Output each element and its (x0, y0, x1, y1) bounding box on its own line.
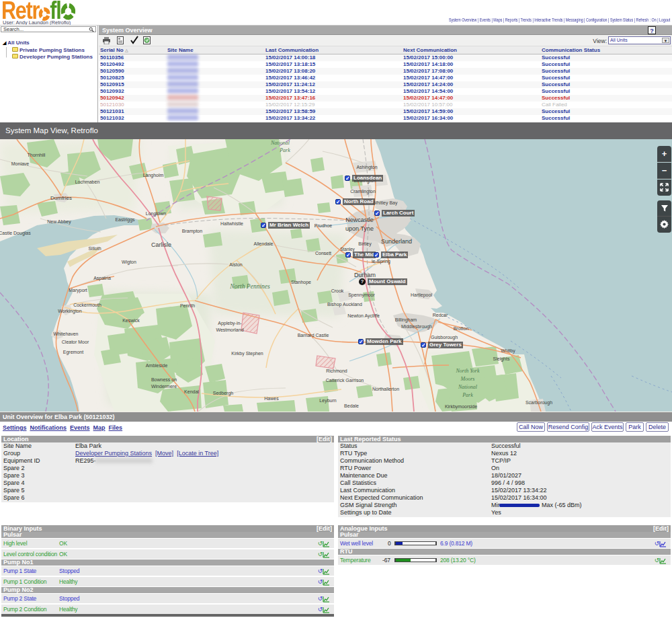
svg-text:Whitehaven: Whitehaven (54, 332, 79, 336)
svg-text:Ashington: Ashington (356, 165, 377, 170)
svg-text:Whitby: Whitby (501, 348, 515, 354)
svg-text:New Abbey: New Abbey (47, 219, 71, 225)
svg-text:Dumfries: Dumfries (50, 195, 72, 201)
svg-text:Northallerton: Northallerton (372, 387, 399, 391)
svg-text:Prudhoe: Prudhoe (314, 223, 333, 228)
svg-text:North Pennines: North Pennines (229, 283, 270, 290)
svg-text:Westmorland: Westmorland (216, 327, 243, 332)
svg-text:le-Spring: le-Spring (372, 259, 390, 264)
svg-text:Brotton: Brotton (454, 326, 469, 331)
svg-text:upon Tyne: upon Tyne (345, 225, 374, 232)
svg-text:National: National (458, 384, 478, 390)
svg-text:Park: Park (462, 392, 473, 398)
svg-text:Ambleside: Ambleside (146, 363, 168, 368)
svg-text:Barnard Castle: Barnard Castle (298, 333, 329, 338)
svg-text:Bowness on: Bowness on (151, 377, 177, 382)
svg-text:Cockermouth: Cockermouth (73, 303, 101, 307)
svg-text:Wigton: Wigton (122, 260, 136, 265)
svg-text:Aspatria: Aspatria (93, 276, 111, 281)
svg-text:Cleator Moor: Cleator Moor (62, 340, 89, 344)
svg-text:Stanhope: Stanhope (291, 280, 311, 285)
svg-text:Kendal: Kendal (184, 389, 199, 394)
svg-text:Lochmaben: Lochmaben (75, 180, 100, 184)
svg-text:Spennymoor: Spennymoor (348, 293, 375, 298)
svg-text:Maryport: Maryport (69, 288, 87, 293)
svg-text:Consett: Consett (315, 251, 331, 256)
svg-text:Bishop Auckland: Bishop Auckland (327, 302, 362, 307)
svg-text:National: National (270, 140, 290, 146)
svg-text:Eastriggs: Eastriggs (115, 217, 135, 223)
svg-text:North York: North York (455, 368, 480, 374)
svg-text:Birtley: Birtley (358, 241, 372, 247)
svg-text:Middlesbrough: Middlesbrough (401, 324, 432, 330)
svg-text:Castle Douglas: Castle Douglas (0, 231, 31, 236)
svg-text:Langholm: Langholm (143, 173, 164, 178)
svg-text:Windermere: Windermere (151, 384, 177, 389)
svg-text:Park: Park (279, 147, 290, 153)
svg-text:Newton Aycliffe: Newton Aycliffe (347, 313, 380, 319)
svg-text:Sunderland: Sunderland (381, 238, 412, 245)
svg-text:Billingham: Billingham (395, 317, 417, 323)
svg-text:Haltwhistle: Haltwhistle (220, 221, 243, 226)
svg-text:Bedale: Bedale (344, 403, 359, 408)
svg-text:Guisborough: Guisborough (431, 335, 458, 340)
svg-text:Hawes: Hawes (264, 396, 279, 401)
svg-text:Scarborough: Scarborough (526, 400, 552, 405)
svg-text:Sleights: Sleights (493, 356, 510, 362)
svg-text:Redcar: Redcar (433, 313, 448, 317)
svg-text:Longtown: Longtown (146, 211, 166, 217)
svg-text:Richmond: Richmond (326, 369, 347, 373)
svg-text:Moniave: Moniave (11, 161, 30, 166)
svg-text:Cramlington: Cramlington (350, 189, 376, 194)
svg-text:Kirkbymoorside: Kirkbymoorside (445, 404, 477, 410)
svg-text:Brampton: Brampton (182, 229, 202, 234)
svg-text:Moors: Moors (460, 376, 475, 382)
svg-text:Egremont: Egremont (63, 350, 83, 355)
svg-text:Thornhill: Thornhill (28, 153, 46, 157)
svg-text:Whitley Bay: Whitley Bay (373, 200, 398, 206)
svg-text:Allendale: Allendale (254, 241, 274, 246)
svg-text:Silloth: Silloth (88, 246, 101, 251)
svg-text:Carlisle: Carlisle (151, 241, 171, 248)
svg-text:Workington: Workington (58, 309, 81, 314)
svg-text:Newcastle: Newcastle (345, 217, 374, 223)
svg-text:Alston: Alston (229, 262, 243, 267)
svg-text:Keswick: Keswick (122, 318, 140, 323)
svg-text:Appleby-in-: Appleby-in- (218, 321, 242, 326)
svg-text:Hartlepool: Hartlepool (411, 293, 432, 298)
svg-text:Crook: Crook (331, 288, 344, 293)
svg-text:Catterick Garrison: Catterick Garrison (326, 378, 364, 383)
svg-text:Penrith: Penrith (180, 303, 195, 308)
svg-text:Kirkby Stephen: Kirkby Stephen (231, 351, 263, 356)
svg-text:Leyburn: Leyburn (319, 398, 336, 403)
svg-text:Sedbergh: Sedbergh (213, 391, 233, 396)
